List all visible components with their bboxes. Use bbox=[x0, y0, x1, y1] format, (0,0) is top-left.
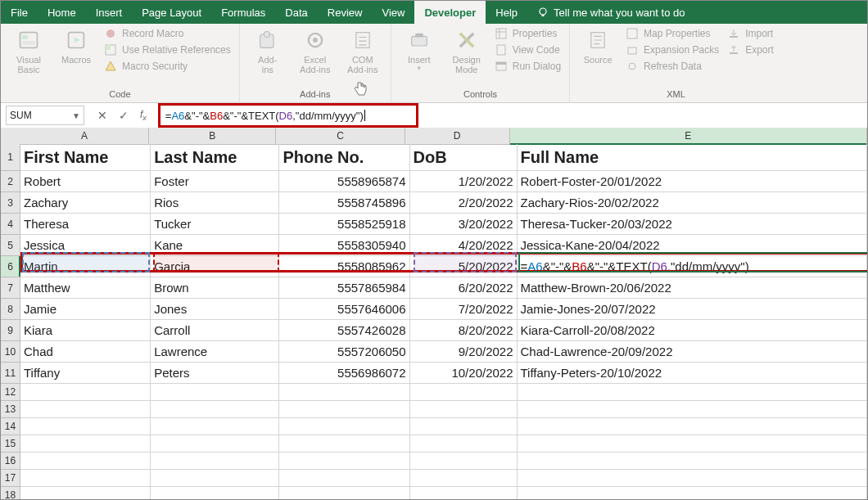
row-header-1[interactable]: 1 bbox=[1, 144, 20, 171]
cell[interactable]: 5558525918 bbox=[279, 214, 409, 234]
cell[interactable]: Tiffany-Peters-20/10/2022 bbox=[518, 363, 867, 383]
cell[interactable]: 5558745896 bbox=[279, 192, 409, 213]
cell[interactable]: Jessica bbox=[20, 235, 151, 255]
cell[interactable] bbox=[151, 435, 279, 452]
name-box[interactable]: SUM ▼ bbox=[6, 106, 84, 125]
tab-file[interactable]: File bbox=[1, 1, 38, 24]
cell[interactable] bbox=[518, 384, 867, 400]
import-button[interactable]: Import bbox=[727, 27, 774, 40]
cell[interactable]: 5557426028 bbox=[279, 320, 409, 340]
record-macro-button[interactable]: Record Macro bbox=[104, 27, 231, 40]
row-header-7[interactable]: 7 bbox=[1, 277, 20, 299]
cell[interactable] bbox=[518, 470, 867, 486]
cell[interactable] bbox=[151, 453, 279, 469]
column-header-B[interactable]: B bbox=[149, 128, 276, 144]
addins-button[interactable]: Add-ins bbox=[248, 27, 287, 74]
column-header-A[interactable]: A bbox=[20, 128, 149, 144]
row-header-16[interactable]: 16 bbox=[1, 453, 20, 470]
formula-input[interactable]: =A6&"-"&B6&"-"&TEXT(D6,"dd/mm/yyyy") bbox=[158, 103, 418, 128]
cell[interactable]: Tucker bbox=[151, 214, 279, 234]
tab-review[interactable]: Review bbox=[318, 1, 373, 24]
cell[interactable] bbox=[410, 453, 518, 469]
tab-insert[interactable]: Insert bbox=[86, 1, 133, 24]
cell[interactable]: Foster bbox=[151, 171, 279, 191]
cell[interactable] bbox=[279, 435, 409, 452]
cell[interactable] bbox=[151, 470, 279, 486]
cell[interactable]: Robert-Foster-20/01/2022 bbox=[518, 171, 867, 191]
cell[interactable]: Carroll bbox=[151, 320, 279, 340]
chevron-down-icon[interactable]: ▼ bbox=[72, 111, 80, 120]
cell[interactable] bbox=[279, 401, 409, 417]
source-button[interactable]: Source bbox=[578, 27, 617, 65]
cell[interactable]: Last Name bbox=[151, 144, 279, 170]
tab-data[interactable]: Data bbox=[275, 1, 317, 24]
tell-me-search[interactable]: Tell me what you want to do bbox=[527, 1, 694, 24]
cell[interactable]: 9/20/2022 bbox=[410, 341, 518, 362]
cell[interactable]: Kiara bbox=[20, 320, 151, 340]
visual-basic-button[interactable]: VisualBasic bbox=[9, 27, 48, 74]
cancel-formula-button[interactable]: ✕ bbox=[97, 109, 107, 122]
cell[interactable]: 5557646006 bbox=[279, 299, 409, 319]
cell[interactable]: Robert bbox=[20, 171, 151, 191]
properties-button[interactable]: Properties bbox=[495, 27, 561, 40]
cell[interactable]: Lawrence bbox=[151, 341, 279, 362]
tab-developer[interactable]: Developer bbox=[414, 1, 486, 24]
cell[interactable] bbox=[20, 384, 151, 400]
design-mode-button[interactable]: DesignMode bbox=[447, 27, 486, 74]
cell[interactable]: Matthew bbox=[20, 277, 151, 298]
cell[interactable]: Rios bbox=[151, 192, 279, 213]
cell[interactable]: =A6&"-"&B6&"-"&TEXT(D6,"dd/mm/yyyy") bbox=[518, 256, 867, 277]
cell[interactable]: 2/20/2022 bbox=[410, 192, 518, 213]
cell[interactable]: Jessica-Kane-20/04/2022 bbox=[518, 235, 867, 255]
cell[interactable] bbox=[20, 418, 151, 435]
cell[interactable]: Theresa bbox=[20, 214, 151, 234]
excel-addins-button[interactable]: ExcelAdd-ins bbox=[296, 27, 335, 74]
cell[interactable] bbox=[279, 453, 409, 469]
cell[interactable] bbox=[279, 470, 409, 486]
cell[interactable]: Brown bbox=[151, 277, 279, 298]
cell[interactable] bbox=[20, 453, 151, 469]
cell[interactable] bbox=[518, 435, 867, 452]
cell[interactable] bbox=[410, 470, 518, 486]
cell[interactable] bbox=[410, 418, 518, 435]
cell[interactable] bbox=[20, 435, 151, 452]
cell[interactable]: Zachary-Rios-20/02/2022 bbox=[518, 192, 867, 213]
run-dialog-button[interactable]: Run Dialog bbox=[495, 60, 561, 73]
macro-security-button[interactable]: Macro Security bbox=[104, 60, 231, 73]
row-header-5[interactable]: 5 bbox=[1, 235, 20, 256]
cell[interactable] bbox=[518, 487, 867, 499]
cell[interactable] bbox=[151, 401, 279, 417]
export-button[interactable]: Export bbox=[727, 43, 774, 56]
row-header-4[interactable]: 4 bbox=[1, 214, 20, 235]
row-header-2[interactable]: 2 bbox=[1, 171, 20, 192]
cell[interactable]: Martin bbox=[20, 256, 151, 277]
insert-control-button[interactable]: Insert ▼ bbox=[400, 27, 439, 72]
cell[interactable] bbox=[410, 487, 518, 499]
map-properties-button[interactable]: Map Properties bbox=[626, 27, 719, 40]
cell[interactable]: 7/20/2022 bbox=[410, 299, 518, 319]
cell[interactable] bbox=[151, 418, 279, 435]
cell[interactable] bbox=[20, 470, 151, 486]
row-header-17[interactable]: 17 bbox=[1, 470, 20, 487]
cell[interactable]: 5557206050 bbox=[279, 341, 409, 362]
column-header-D[interactable]: D bbox=[405, 128, 510, 144]
cell[interactable]: 3/20/2022 bbox=[410, 214, 518, 234]
cell[interactable]: Jamie bbox=[20, 299, 151, 319]
cell[interactable]: 5557865984 bbox=[279, 277, 409, 298]
tab-view[interactable]: View bbox=[372, 1, 414, 24]
macros-button[interactable]: Macros bbox=[57, 27, 96, 65]
row-header-10[interactable]: 10 bbox=[1, 341, 20, 363]
cell[interactable]: Chad bbox=[20, 341, 151, 362]
cell[interactable]: Tiffany bbox=[20, 363, 151, 383]
fx-icon[interactable]: fx bbox=[140, 109, 147, 122]
row-header-12[interactable]: 12 bbox=[1, 384, 20, 401]
row-header-11[interactable]: 11 bbox=[1, 363, 20, 384]
row-header-18[interactable]: 18 bbox=[1, 487, 20, 499]
cell[interactable]: Matthew-Brown-20/06/2022 bbox=[518, 277, 867, 298]
cell[interactable] bbox=[518, 418, 867, 435]
cell[interactable] bbox=[279, 384, 409, 400]
cell[interactable]: 10/20/2022 bbox=[410, 363, 518, 383]
cell[interactable]: Zachary bbox=[20, 192, 151, 213]
accept-formula-button[interactable]: ✓ bbox=[119, 109, 129, 122]
cell[interactable] bbox=[20, 401, 151, 417]
